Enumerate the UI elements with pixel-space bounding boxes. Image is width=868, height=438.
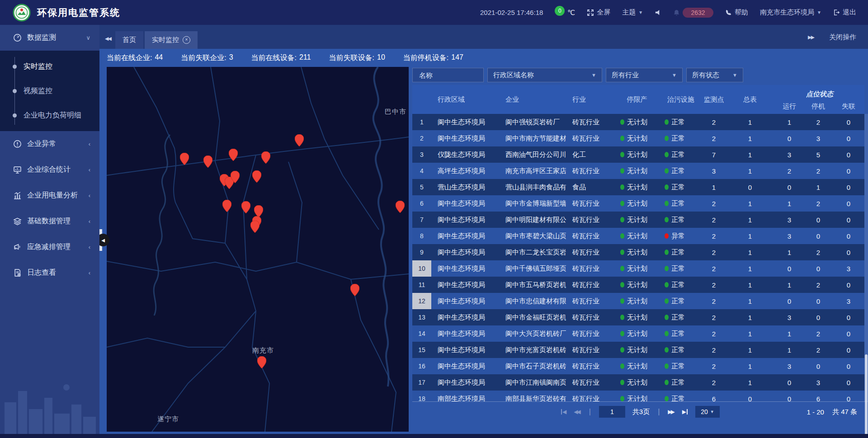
map-pin-icon[interactable] bbox=[396, 201, 405, 213]
volume-mute-icon[interactable] bbox=[655, 9, 661, 16]
prev-page-button[interactable]: ◀◀ bbox=[574, 409, 580, 415]
cell-offline: 0 bbox=[833, 330, 864, 338]
sidebar-item-log-view[interactable]: 日志查看‹ bbox=[0, 260, 99, 286]
table-row[interactable]: 3仪陇生态环境局西南油气田分公司川中化工无计划正常71350 bbox=[412, 146, 864, 163]
org-dropdown[interactable]: 南充市生态环境局▼ bbox=[760, 8, 821, 17]
table-row[interactable]: 15阆中生态环境局阆中市光富页岩机砖厂砖瓦行业无计划正常21120 bbox=[412, 342, 864, 358]
table-row[interactable]: 16阆中生态环境局阆中市石子页岩机砖厂砖瓦行业无计划正常21300 bbox=[412, 358, 864, 374]
help-button[interactable]: 帮助 bbox=[725, 8, 748, 17]
cell-monitor-points: 2 bbox=[703, 265, 725, 273]
status-select[interactable]: 所有状态 ▼ bbox=[686, 68, 743, 82]
table-row[interactable]: 11阆中生态环境局阆中市五马桥页岩机砖砖瓦行业无计划正常21120 bbox=[412, 277, 864, 293]
cell-running: 1 bbox=[775, 200, 804, 207]
table-row[interactable]: 2阆中生态环境局阆中市南方节能建材有砖瓦行业无计划正常21030 bbox=[412, 130, 864, 146]
status-dot-icon bbox=[620, 380, 624, 385]
page-number-input[interactable]: 1 bbox=[599, 406, 625, 418]
tab-close-icon[interactable]: × bbox=[183, 36, 190, 44]
limit-text: 无计划 bbox=[627, 264, 647, 273]
map-pin-icon[interactable] bbox=[252, 170, 261, 183]
theme-dropdown[interactable]: 主题▼ bbox=[622, 8, 643, 17]
sidebar-item-power-usage-analysis[interactable]: 企业用电量分析‹ bbox=[0, 183, 99, 208]
cell-stopped: 2 bbox=[804, 200, 833, 207]
table-row[interactable]: 12阆中生态环境局阆中市忠信建材有限公砖瓦行业无计划正常21003 bbox=[412, 293, 864, 309]
map-pin-icon[interactable] bbox=[241, 201, 250, 213]
bullet-dot-icon bbox=[13, 89, 17, 93]
sidebar-item-enterprise-statistics[interactable]: 企业综合统计‹ bbox=[0, 157, 99, 183]
industry-select[interactable]: 所有行业 ▼ bbox=[606, 68, 683, 82]
table-row[interactable]: 7阆中生态环境局阆中明阳建材有限公司砖瓦行业无计划正常21300 bbox=[412, 212, 864, 228]
sidebar-subitem[interactable]: 企业电力负荷明细 bbox=[0, 103, 99, 127]
monitor-stats-icon bbox=[13, 165, 22, 174]
status-dot-icon bbox=[665, 250, 669, 255]
table-scrollbar-thumb[interactable] bbox=[865, 354, 868, 438]
cell-pollution-facility: 正常 bbox=[659, 264, 703, 273]
map-pin-icon[interactable] bbox=[295, 134, 304, 146]
bar-chart-icon bbox=[13, 191, 22, 200]
fullscreen-button[interactable]: 全屏 bbox=[587, 8, 610, 17]
table-row[interactable]: 10阆中生态环境局阆中千佛镇五郎垭页岩砖瓦行业无计划正常21003 bbox=[412, 260, 864, 277]
page-size-select[interactable]: 20 ▼ bbox=[695, 406, 720, 418]
map-pin-icon[interactable] bbox=[180, 153, 189, 165]
sidebar-item-base-data-management[interactable]: 基础数据管理‹ bbox=[0, 208, 99, 234]
cell-running: 1 bbox=[775, 249, 804, 256]
sidebar-item-data-monitoring[interactable]: 数据监测∨ bbox=[0, 25, 99, 51]
map-pin-icon[interactable] bbox=[350, 284, 359, 296]
cell-production-limit: 无计划 bbox=[615, 264, 659, 273]
sidebar-subitem-label: 视频监控 bbox=[24, 86, 52, 96]
last-page-button[interactable]: ▶ bbox=[682, 409, 688, 415]
map-pin-icon[interactable] bbox=[254, 205, 263, 217]
tab-0[interactable]: 首页 bbox=[115, 31, 143, 49]
tabs-scroll-right-icon[interactable]: ▶▶ bbox=[808, 34, 814, 40]
map-pin-icon[interactable] bbox=[229, 149, 238, 161]
map-pin-icon[interactable] bbox=[231, 171, 240, 183]
sidebar-item-label: 应急减排管理 bbox=[27, 242, 71, 252]
table-row[interactable]: 13阆中生态环境局阆中市金福旺页岩机砖砖瓦行业无计划正常21300 bbox=[412, 309, 864, 325]
status-dot-icon bbox=[620, 201, 624, 206]
stat-label: 当前停机设备: bbox=[403, 53, 448, 63]
cell-stopped: 0 bbox=[804, 314, 833, 321]
region-select[interactable]: 行政区域名称 ▼ bbox=[487, 68, 602, 82]
name-search-field[interactable] bbox=[418, 71, 478, 80]
sidebar-subitem[interactable]: 实时监控 bbox=[0, 54, 99, 79]
table-row[interactable]: 14阆中生态环境局阆中大兴页岩机砖厂砖瓦行业无计划正常21120 bbox=[412, 325, 864, 342]
cell-pollution-facility: 正常 bbox=[659, 151, 703, 159]
map-city-label: 遂宁市 bbox=[157, 415, 179, 424]
table-row[interactable]: 1阆中生态环境局阆中强锐页岩砖厂砖瓦行业无计划正常21120 bbox=[412, 114, 864, 130]
map-pin-icon[interactable] bbox=[250, 221, 259, 233]
sidebar-subitem[interactable]: 视频监控 bbox=[0, 79, 99, 103]
facility-text: 正常 bbox=[671, 346, 685, 354]
status-dot-icon bbox=[620, 250, 624, 255]
table-row[interactable]: 8阆中生态环境局阆中市枣碧大梁山页岩砖瓦行业无计划异常21300 bbox=[412, 228, 864, 244]
table-row[interactable]: 9阆中生态环境局阆中市二龙长宝页岩砖砖瓦行业无计划正常21120 bbox=[412, 244, 864, 260]
map-canvas[interactable]: 巴中市南充市遂宁市 ◀ bbox=[107, 67, 409, 432]
table-row[interactable]: 18南部生态环境局南部县新华页岩砖有限砖瓦行业无计划正常60060 bbox=[412, 391, 864, 401]
map-pin-icon[interactable] bbox=[203, 155, 212, 168]
chevron-left-icon: ‹ bbox=[89, 141, 90, 147]
sidebar-item-enterprise-abnormal[interactable]: 企业异常‹ bbox=[0, 131, 99, 157]
map-pin-icon[interactable] bbox=[222, 200, 231, 212]
tabs-scroll-left-icon[interactable]: ◀◀ bbox=[105, 36, 111, 42]
sidebar-item-emergency-reduction[interactable]: 应急减排管理‹ bbox=[0, 234, 99, 260]
next-page-button[interactable]: ▶▶ bbox=[668, 409, 675, 415]
table-row[interactable]: 17阆中生态环境局阆中市江南镇阆南页岩砖瓦行业无计划正常21030 bbox=[412, 374, 864, 391]
table-row[interactable]: 4高坪生态环境局南充市高坪区王家店建砖瓦行业无计划正常31220 bbox=[412, 163, 864, 179]
first-page-button[interactable]: ◀ bbox=[561, 409, 566, 415]
table-row[interactable]: 6阆中生态环境局阆中市金博瑞新型墙材砖瓦行业无计划正常21120 bbox=[412, 195, 864, 212]
cell-pollution-facility: 正常 bbox=[659, 118, 703, 127]
cell-region: 南部生态环境局 bbox=[431, 395, 499, 402]
tab-1[interactable]: 实时监控× bbox=[145, 31, 198, 49]
notifications[interactable]: 2632 bbox=[673, 8, 713, 18]
close-operations-button[interactable]: 关闭操作 bbox=[829, 33, 856, 42]
table-row[interactable]: 5营山生态环境局营山县润丰肉食品有限食品无计划正常10010 bbox=[412, 179, 864, 195]
cell-production-limit: 无计划 bbox=[615, 395, 659, 402]
map-pin-icon[interactable] bbox=[257, 356, 266, 368]
cell-region: 阆中生态环境局 bbox=[431, 313, 499, 322]
temperature: 0 ℃ bbox=[555, 9, 575, 17]
map-pin-icon[interactable] bbox=[261, 151, 270, 164]
name-search-input[interactable] bbox=[412, 68, 484, 82]
column-header: 行业 bbox=[566, 85, 615, 114]
cell-running: 3 bbox=[775, 314, 804, 321]
facility-text: 正常 bbox=[671, 362, 685, 371]
logout-button[interactable]: 退出 bbox=[833, 8, 856, 17]
cell-stopped: 2 bbox=[804, 330, 833, 338]
